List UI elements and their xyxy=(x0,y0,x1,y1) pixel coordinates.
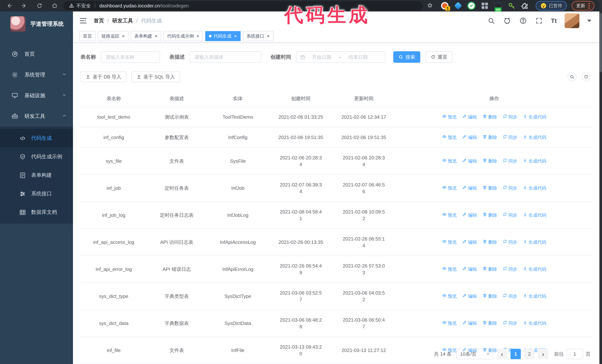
action-edit-link[interactable]: 编辑 xyxy=(462,320,477,327)
action-generate-link[interactable]: 生成代码 xyxy=(523,134,547,141)
sidebar-item-form-builder[interactable]: 表单构建 xyxy=(0,166,73,184)
user-avatar[interactable] xyxy=(565,13,580,28)
action-preview-link[interactable]: 预览 xyxy=(442,293,457,300)
fullscreen-icon[interactable] xyxy=(535,17,543,25)
tab-form-builder[interactable]: 表单构建× xyxy=(130,31,161,41)
close-icon[interactable]: × xyxy=(122,34,125,39)
action-generate-link[interactable]: 生成代码 xyxy=(523,185,547,191)
tab-codegen[interactable]: 代码生成× xyxy=(205,31,241,41)
action-generate-link[interactable]: 生成代码 xyxy=(523,158,547,164)
sidebar-item-devtools[interactable]: 研发工具 xyxy=(0,106,73,127)
action-delete-link[interactable]: 删除 xyxy=(483,239,497,246)
extension-orange-icon[interactable]: 1 xyxy=(441,1,449,10)
extension-grid-icon[interactable] xyxy=(481,1,489,10)
action-edit-link[interactable]: 编辑 xyxy=(462,266,477,272)
action-generate-link[interactable]: 生成代码 xyxy=(523,293,547,300)
action-edit-link[interactable]: 编辑 xyxy=(462,185,477,191)
logo-row[interactable]: 芋道管理系统 xyxy=(0,11,73,36)
sidebar-item-system-api[interactable]: 系统接口 xyxy=(0,184,73,203)
action-delete-link[interactable]: 删除 xyxy=(483,320,497,327)
search-button[interactable]: 搜索 xyxy=(393,51,420,63)
breadcrumb-home[interactable]: 首页 xyxy=(94,17,104,24)
extension-on-icon[interactable]: on xyxy=(494,1,502,10)
action-delete-link[interactable]: 删除 xyxy=(483,266,497,272)
extension-check-icon[interactable] xyxy=(467,1,476,10)
tab-trace[interactable]: 链路追踪× xyxy=(98,31,128,41)
page-size-select[interactable]: 10条/页 xyxy=(456,349,494,359)
table-desc-input[interactable] xyxy=(190,51,261,63)
close-icon[interactable]: × xyxy=(196,34,199,39)
reset-button[interactable]: 重置 xyxy=(425,51,452,63)
tab-home[interactable]: 首页 xyxy=(79,31,96,41)
action-preview-link[interactable]: 预览 xyxy=(442,134,457,141)
home-icon[interactable] xyxy=(51,2,58,9)
next-page-button[interactable]: › xyxy=(538,349,548,359)
action-delete-link[interactable]: 删除 xyxy=(483,134,497,141)
action-preview-link[interactable]: 预览 xyxy=(442,185,457,191)
action-edit-link[interactable]: 编辑 xyxy=(462,239,477,246)
tab-system-api[interactable]: 系统接口× xyxy=(243,31,273,41)
action-sync-link[interactable]: 同步 xyxy=(503,185,517,191)
browser-menu-dots-icon[interactable] xyxy=(589,3,590,9)
paused-chip[interactable]: 已暂停 xyxy=(536,1,567,10)
avatar-caret-down-icon[interactable] xyxy=(587,20,591,22)
action-delete-link[interactable]: 删除 xyxy=(483,158,497,164)
action-generate-link[interactable]: 生成代码 xyxy=(523,239,547,246)
font-size-icon[interactable]: Tt xyxy=(551,17,557,24)
action-preview-link[interactable]: 预览 xyxy=(442,212,457,218)
action-generate-link[interactable]: 生成代码 xyxy=(523,114,547,120)
action-delete-link[interactable]: 删除 xyxy=(483,114,497,120)
action-sync-link[interactable]: 同步 xyxy=(503,266,517,272)
import-db-button[interactable]: 基于 DB 导入 xyxy=(80,72,127,82)
action-sync-link[interactable]: 同步 xyxy=(503,239,517,246)
extension-gem-icon[interactable] xyxy=(454,1,462,10)
tab-codegen-demo[interactable]: 代码生成示例× xyxy=(163,31,203,41)
action-delete-link[interactable]: 删除 xyxy=(483,293,497,300)
action-generate-link[interactable]: 生成代码 xyxy=(523,320,547,327)
scrollbar-thumb[interactable] xyxy=(600,13,602,72)
hamburger-icon[interactable] xyxy=(79,17,87,25)
close-icon[interactable]: × xyxy=(267,34,270,39)
action-edit-link[interactable]: 编辑 xyxy=(462,212,477,218)
action-edit-link[interactable]: 编辑 xyxy=(462,134,477,141)
prev-page-button[interactable]: ‹ xyxy=(497,349,507,359)
sidebar-item-db-doc[interactable]: 数据库文档 xyxy=(0,203,73,221)
action-sync-link[interactable]: 同步 xyxy=(503,320,517,327)
sidebar-item-system[interactable]: 系统管理 xyxy=(0,64,73,85)
extension-key-icon[interactable] xyxy=(507,1,516,10)
action-edit-link[interactable]: 编辑 xyxy=(462,293,477,300)
header-search-icon[interactable] xyxy=(487,17,495,25)
table-name-input[interactable] xyxy=(101,51,160,63)
action-delete-link[interactable]: 删除 xyxy=(483,185,497,191)
page-button-2[interactable]: 2 xyxy=(524,349,535,359)
action-generate-link[interactable]: 生成代码 xyxy=(523,266,547,272)
date-range-picker[interactable]: - xyxy=(296,51,386,63)
action-sync-link[interactable]: 同步 xyxy=(503,212,517,218)
sidebar-item-home[interactable]: 首页 xyxy=(0,44,73,64)
action-edit-link[interactable]: 编辑 xyxy=(462,114,477,120)
action-edit-link[interactable]: 编辑 xyxy=(462,158,477,164)
goto-page-input[interactable] xyxy=(566,349,583,359)
sidebar-item-codegen[interactable]: 代码生成 xyxy=(0,129,73,147)
github-icon[interactable] xyxy=(503,17,511,25)
security-label[interactable]: 不安全 xyxy=(76,3,91,9)
import-sql-button[interactable]: 基于 SQL 导入 xyxy=(131,72,180,82)
show-search-toggle-button[interactable] xyxy=(568,73,576,81)
back-icon[interactable] xyxy=(6,2,13,9)
action-delete-link[interactable]: 删除 xyxy=(483,212,497,218)
close-icon[interactable]: × xyxy=(234,34,237,39)
action-preview-link[interactable]: 预览 xyxy=(442,266,457,272)
help-icon[interactable] xyxy=(519,17,527,25)
action-generate-link[interactable]: 生成代码 xyxy=(523,212,547,218)
action-sync-link[interactable]: 同步 xyxy=(503,293,517,300)
action-sync-link[interactable]: 同步 xyxy=(503,158,517,164)
page-button-1[interactable]: 1 xyxy=(510,349,521,359)
refresh-table-button[interactable] xyxy=(582,73,591,81)
forward-icon[interactable] xyxy=(21,2,28,9)
update-chip[interactable]: 更新 xyxy=(572,1,594,10)
sidebar-item-infra[interactable]: 基础设施 xyxy=(0,85,73,106)
address-bar[interactable]: 不安全 dashboard.yudao.iocoder.cn/tool/code… xyxy=(63,1,423,10)
sidebar-item-codegen-demo[interactable]: 代码生成示例 xyxy=(0,147,73,166)
action-preview-link[interactable]: 预览 xyxy=(442,320,457,327)
action-preview-link[interactable]: 预览 xyxy=(442,114,457,120)
